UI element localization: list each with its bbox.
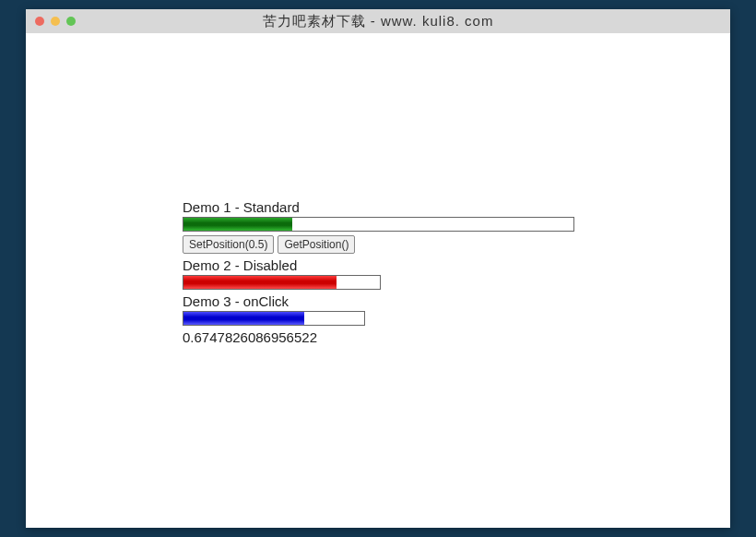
close-icon[interactable] — [35, 17, 44, 26]
set-position-button[interactable]: SetPosition(0.5) — [183, 235, 274, 254]
output-value: 0.6747826086956522 — [183, 329, 730, 345]
demo3-progress-fill — [183, 312, 304, 325]
demo2-progress-track — [183, 275, 381, 290]
demo2-progress-fill — [183, 276, 337, 289]
app-window: 苦力吧素材下载 - www. kuli8. com Demo 1 - Stand… — [26, 9, 730, 528]
demo1-progress-fill — [183, 218, 292, 231]
button-row: SetPosition(0.5) GetPosition() — [183, 235, 730, 254]
content-area: Demo 1 - Standard SetPosition(0.5) GetPo… — [26, 33, 730, 345]
minimize-icon[interactable] — [51, 17, 60, 26]
get-position-button[interactable]: GetPosition() — [278, 235, 355, 254]
maximize-icon[interactable] — [66, 17, 76, 26]
demo1-progress-track[interactable] — [183, 217, 574, 232]
demo2-label: Demo 2 - Disabled — [183, 257, 730, 273]
demo3-label: Demo 3 - onClick — [183, 293, 730, 309]
window-title: 苦力吧素材下载 - www. kuli8. com — [26, 13, 730, 30]
demo3-progress-track[interactable] — [183, 311, 365, 326]
titlebar: 苦力吧素材下载 - www. kuli8. com — [26, 9, 730, 33]
traffic-lights — [26, 17, 76, 26]
demo1-label: Demo 1 - Standard — [183, 199, 730, 215]
